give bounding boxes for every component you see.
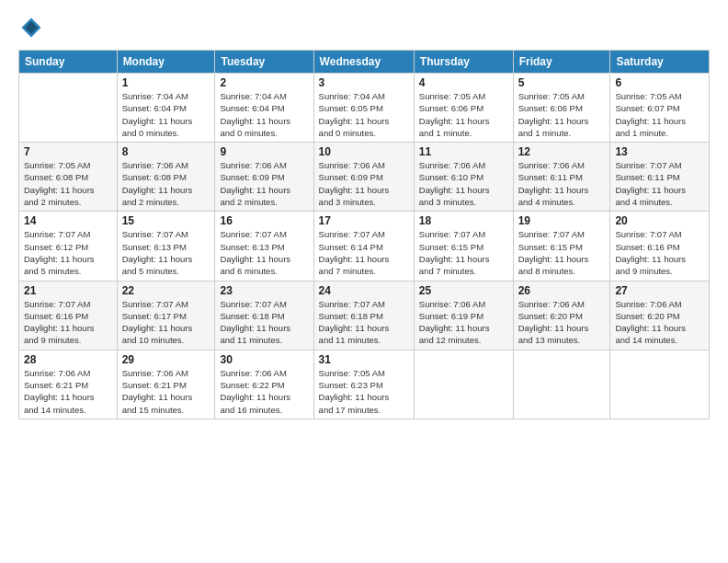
day-info: Sunrise: 7:07 AMSunset: 6:13 PMDaylight:… <box>122 228 210 277</box>
calendar-cell: 17Sunrise: 7:07 AMSunset: 6:14 PMDayligh… <box>313 212 414 281</box>
day-number: 23 <box>220 284 308 297</box>
day-number: 26 <box>518 284 606 297</box>
calendar-cell: 6Sunrise: 7:05 AMSunset: 6:07 PMDaylight… <box>610 74 710 143</box>
day-number: 12 <box>518 145 606 158</box>
day-number: 22 <box>122 284 210 297</box>
day-info: Sunrise: 7:05 AMSunset: 6:06 PMDaylight:… <box>518 90 606 139</box>
day-number: 7 <box>24 145 112 158</box>
day-info: Sunrise: 7:06 AMSunset: 6:10 PMDaylight:… <box>419 159 508 208</box>
day-number: 20 <box>615 214 704 227</box>
calendar-cell: 16Sunrise: 7:07 AMSunset: 6:13 PMDayligh… <box>215 212 313 281</box>
calendar-cell: 28Sunrise: 7:06 AMSunset: 6:21 PMDayligh… <box>19 350 118 419</box>
day-info: Sunrise: 7:06 AMSunset: 6:21 PMDaylight:… <box>24 367 112 416</box>
day-number: 17 <box>319 214 409 227</box>
day-number: 5 <box>518 76 606 89</box>
day-number: 1 <box>122 76 210 89</box>
calendar-cell <box>414 350 513 419</box>
day-info: Sunrise: 7:06 AMSunset: 6:08 PMDaylight:… <box>122 159 210 208</box>
day-info: Sunrise: 7:07 AMSunset: 6:18 PMDaylight:… <box>319 298 409 347</box>
logo-icon <box>18 15 44 40</box>
calendar-header-row: SundayMondayTuesdayWednesdayThursdayFrid… <box>19 51 710 74</box>
day-number: 9 <box>220 145 308 158</box>
calendar-cell: 9Sunrise: 7:06 AMSunset: 6:09 PMDaylight… <box>215 143 313 212</box>
calendar-cell: 21Sunrise: 7:07 AMSunset: 6:16 PMDayligh… <box>19 281 118 350</box>
calendar-cell: 30Sunrise: 7:06 AMSunset: 6:22 PMDayligh… <box>215 350 313 419</box>
calendar-cell: 19Sunrise: 7:07 AMSunset: 6:15 PMDayligh… <box>513 212 610 281</box>
day-info: Sunrise: 7:07 AMSunset: 6:14 PMDaylight:… <box>319 228 409 277</box>
calendar-week-row: 28Sunrise: 7:06 AMSunset: 6:21 PMDayligh… <box>19 350 710 419</box>
calendar-week-row: 21Sunrise: 7:07 AMSunset: 6:16 PMDayligh… <box>19 281 710 350</box>
calendar-cell: 2Sunrise: 7:04 AMSunset: 6:04 PMDaylight… <box>215 74 313 143</box>
day-info: Sunrise: 7:04 AMSunset: 6:05 PMDaylight:… <box>319 90 409 139</box>
weekday-header: Thursday <box>414 51 513 74</box>
day-info: Sunrise: 7:04 AMSunset: 6:04 PMDaylight:… <box>122 90 210 139</box>
calendar-cell: 11Sunrise: 7:06 AMSunset: 6:10 PMDayligh… <box>414 143 513 212</box>
calendar-cell: 13Sunrise: 7:07 AMSunset: 6:11 PMDayligh… <box>610 143 710 212</box>
day-number: 30 <box>220 353 308 366</box>
logo <box>18 15 48 40</box>
day-number: 8 <box>122 145 210 158</box>
day-info: Sunrise: 7:07 AMSunset: 6:12 PMDaylight:… <box>24 228 112 277</box>
calendar-cell: 29Sunrise: 7:06 AMSunset: 6:21 PMDayligh… <box>117 350 215 419</box>
calendar-week-row: 7Sunrise: 7:05 AMSunset: 6:08 PMDaylight… <box>19 143 710 212</box>
calendar-cell: 4Sunrise: 7:05 AMSunset: 6:06 PMDaylight… <box>414 74 513 143</box>
day-info: Sunrise: 7:05 AMSunset: 6:08 PMDaylight:… <box>24 159 112 208</box>
page: SundayMondayTuesdayWednesdayThursdayFrid… <box>0 0 728 563</box>
calendar-cell: 1Sunrise: 7:04 AMSunset: 6:04 PMDaylight… <box>117 74 215 143</box>
calendar-week-row: 14Sunrise: 7:07 AMSunset: 6:12 PMDayligh… <box>19 212 710 281</box>
day-info: Sunrise: 7:06 AMSunset: 6:09 PMDaylight:… <box>319 159 409 208</box>
day-number: 14 <box>24 214 112 227</box>
calendar-cell: 20Sunrise: 7:07 AMSunset: 6:16 PMDayligh… <box>610 212 710 281</box>
weekday-header: Friday <box>513 51 610 74</box>
calendar-cell <box>610 350 710 419</box>
day-number: 4 <box>419 76 508 89</box>
calendar-cell: 24Sunrise: 7:07 AMSunset: 6:18 PMDayligh… <box>313 281 414 350</box>
weekday-header: Monday <box>117 51 215 74</box>
day-info: Sunrise: 7:07 AMSunset: 6:11 PMDaylight:… <box>615 159 704 208</box>
calendar-cell: 7Sunrise: 7:05 AMSunset: 6:08 PMDaylight… <box>19 143 118 212</box>
calendar-cell: 26Sunrise: 7:06 AMSunset: 6:20 PMDayligh… <box>513 281 610 350</box>
day-info: Sunrise: 7:04 AMSunset: 6:04 PMDaylight:… <box>220 90 308 139</box>
calendar-cell: 25Sunrise: 7:06 AMSunset: 6:19 PMDayligh… <box>414 281 513 350</box>
day-number: 3 <box>319 76 409 89</box>
calendar-cell: 23Sunrise: 7:07 AMSunset: 6:18 PMDayligh… <box>215 281 313 350</box>
calendar-cell: 5Sunrise: 7:05 AMSunset: 6:06 PMDaylight… <box>513 74 610 143</box>
day-number: 2 <box>220 76 308 89</box>
day-number: 19 <box>518 214 606 227</box>
day-number: 15 <box>122 214 210 227</box>
day-number: 13 <box>615 145 704 158</box>
day-info: Sunrise: 7:06 AMSunset: 6:21 PMDaylight:… <box>122 367 210 416</box>
header <box>18 15 710 40</box>
day-info: Sunrise: 7:07 AMSunset: 6:15 PMDaylight:… <box>419 228 508 277</box>
day-number: 21 <box>24 284 112 297</box>
weekday-header: Sunday <box>19 51 118 74</box>
day-info: Sunrise: 7:05 AMSunset: 6:07 PMDaylight:… <box>615 90 704 139</box>
calendar-cell <box>19 74 118 143</box>
calendar-cell: 15Sunrise: 7:07 AMSunset: 6:13 PMDayligh… <box>117 212 215 281</box>
calendar-cell: 10Sunrise: 7:06 AMSunset: 6:09 PMDayligh… <box>313 143 414 212</box>
calendar-week-row: 1Sunrise: 7:04 AMSunset: 6:04 PMDaylight… <box>19 74 710 143</box>
day-info: Sunrise: 7:06 AMSunset: 6:09 PMDaylight:… <box>220 159 308 208</box>
weekday-header: Wednesday <box>313 51 414 74</box>
calendar-cell: 31Sunrise: 7:05 AMSunset: 6:23 PMDayligh… <box>313 350 414 419</box>
day-info: Sunrise: 7:07 AMSunset: 6:16 PMDaylight:… <box>615 228 704 277</box>
calendar-cell: 8Sunrise: 7:06 AMSunset: 6:08 PMDaylight… <box>117 143 215 212</box>
calendar-cell: 22Sunrise: 7:07 AMSunset: 6:17 PMDayligh… <box>117 281 215 350</box>
day-number: 16 <box>220 214 308 227</box>
day-info: Sunrise: 7:07 AMSunset: 6:17 PMDaylight:… <box>122 298 210 347</box>
day-number: 11 <box>419 145 508 158</box>
day-number: 28 <box>24 353 112 366</box>
day-info: Sunrise: 7:07 AMSunset: 6:15 PMDaylight:… <box>518 228 606 277</box>
day-number: 27 <box>615 284 704 297</box>
day-number: 24 <box>319 284 409 297</box>
day-info: Sunrise: 7:06 AMSunset: 6:20 PMDaylight:… <box>518 298 606 347</box>
calendar-cell <box>513 350 610 419</box>
day-number: 18 <box>419 214 508 227</box>
calendar-cell: 3Sunrise: 7:04 AMSunset: 6:05 PMDaylight… <box>313 74 414 143</box>
day-number: 31 <box>319 353 409 366</box>
day-number: 10 <box>319 145 409 158</box>
weekday-header: Tuesday <box>215 51 313 74</box>
day-info: Sunrise: 7:05 AMSunset: 6:23 PMDaylight:… <box>319 367 409 416</box>
day-info: Sunrise: 7:05 AMSunset: 6:06 PMDaylight:… <box>419 90 508 139</box>
calendar-table: SundayMondayTuesdayWednesdayThursdayFrid… <box>18 50 710 419</box>
